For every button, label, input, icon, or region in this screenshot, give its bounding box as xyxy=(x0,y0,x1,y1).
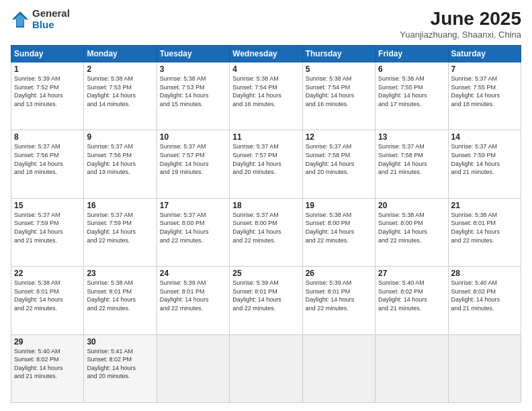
calendar-cell: 1Sunrise: 5:39 AM Sunset: 7:52 PM Daylig… xyxy=(11,62,84,130)
day-info: Sunrise: 5:37 AM Sunset: 7:55 PM Dayligh… xyxy=(451,75,518,108)
day-number: 21 xyxy=(451,201,518,210)
day-info: Sunrise: 5:37 AM Sunset: 8:00 PM Dayligh… xyxy=(232,211,299,244)
day-info: Sunrise: 5:37 AM Sunset: 7:57 PM Dayligh… xyxy=(232,142,299,176)
day-info: Sunrise: 5:37 AM Sunset: 7:56 PM Dayligh… xyxy=(14,142,81,176)
day-number: 5 xyxy=(306,64,372,74)
day-info: Sunrise: 5:37 AM Sunset: 7:59 PM Dayligh… xyxy=(87,211,153,244)
day-info: Sunrise: 5:38 AM Sunset: 7:55 PM Dayligh… xyxy=(378,75,445,108)
calendar-cell: 20Sunrise: 5:38 AM Sunset: 8:00 PM Dayli… xyxy=(375,198,448,266)
day-info: Sunrise: 5:37 AM Sunset: 7:59 PM Dayligh… xyxy=(451,142,518,176)
calendar-cell: 13Sunrise: 5:37 AM Sunset: 7:58 PM Dayli… xyxy=(375,130,448,198)
logo-text: General Blue xyxy=(32,8,70,30)
calendar-cell: 5Sunrise: 5:38 AM Sunset: 7:54 PM Daylig… xyxy=(302,62,375,130)
day-info: Sunrise: 5:38 AM Sunset: 8:00 PM Dayligh… xyxy=(306,211,372,244)
location: Yuanjiazhuang, Shaanxi, China xyxy=(400,30,521,40)
day-number: 26 xyxy=(306,269,372,278)
calendar-cell: 4Sunrise: 5:38 AM Sunset: 7:54 PM Daylig… xyxy=(230,62,302,130)
logo-general-text: General xyxy=(32,8,70,19)
weekday-header-tuesday: Tuesday xyxy=(157,46,229,62)
day-number: 14 xyxy=(451,132,518,142)
calendar-cell: 14Sunrise: 5:37 AM Sunset: 7:59 PM Dayli… xyxy=(448,130,521,198)
calendar-cell: 24Sunrise: 5:39 AM Sunset: 8:01 PM Dayli… xyxy=(157,267,229,334)
day-info: Sunrise: 5:39 AM Sunset: 8:01 PM Dayligh… xyxy=(306,279,372,312)
day-info: Sunrise: 5:38 AM Sunset: 8:01 PM Dayligh… xyxy=(87,279,153,312)
day-number: 20 xyxy=(378,201,445,210)
day-number: 25 xyxy=(232,269,299,278)
calendar-cell: 23Sunrise: 5:38 AM Sunset: 8:01 PM Dayli… xyxy=(84,267,157,334)
day-number: 12 xyxy=(306,132,372,142)
weekday-header-row: SundayMondayTuesdayWednesdayThursdayFrid… xyxy=(11,46,521,62)
day-number: 11 xyxy=(232,132,299,142)
calendar-cell: 6Sunrise: 5:38 AM Sunset: 7:55 PM Daylig… xyxy=(375,62,448,130)
week-row-2: 8Sunrise: 5:37 AM Sunset: 7:56 PM Daylig… xyxy=(11,130,521,198)
day-info: Sunrise: 5:38 AM Sunset: 7:53 PM Dayligh… xyxy=(160,75,226,108)
calendar-cell: 3Sunrise: 5:38 AM Sunset: 7:53 PM Daylig… xyxy=(157,62,229,130)
day-number: 27 xyxy=(378,269,445,278)
calendar-table: SundayMondayTuesdayWednesdayThursdayFrid… xyxy=(11,45,521,403)
day-number: 9 xyxy=(87,132,153,142)
logo-blue-text: Blue xyxy=(32,19,70,31)
calendar-cell: 25Sunrise: 5:39 AM Sunset: 8:01 PM Dayli… xyxy=(230,267,302,334)
day-info: Sunrise: 5:39 AM Sunset: 8:01 PM Dayligh… xyxy=(160,279,226,312)
day-info: Sunrise: 5:40 AM Sunset: 8:02 PM Dayligh… xyxy=(14,347,81,381)
day-info: Sunrise: 5:38 AM Sunset: 7:54 PM Dayligh… xyxy=(306,75,372,108)
calendar-cell: 15Sunrise: 5:37 AM Sunset: 7:59 PM Dayli… xyxy=(11,198,84,266)
logo: General Blue xyxy=(11,8,70,30)
day-info: Sunrise: 5:37 AM Sunset: 7:57 PM Dayligh… xyxy=(160,142,226,176)
calendar-cell: 27Sunrise: 5:40 AM Sunset: 8:02 PM Dayli… xyxy=(375,267,448,334)
calendar-cell: 21Sunrise: 5:38 AM Sunset: 8:01 PM Dayli… xyxy=(448,198,521,266)
day-info: Sunrise: 5:39 AM Sunset: 7:52 PM Dayligh… xyxy=(14,75,81,108)
day-number: 24 xyxy=(160,269,226,278)
calendar-cell: 28Sunrise: 5:40 AM Sunset: 8:02 PM Dayli… xyxy=(448,267,521,334)
day-info: Sunrise: 5:37 AM Sunset: 7:58 PM Dayligh… xyxy=(378,142,445,176)
calendar-cell xyxy=(157,334,229,402)
page: General Blue June 2025 Yuanjiazhuang, Sh… xyxy=(0,0,532,411)
day-number: 2 xyxy=(87,64,153,74)
day-info: Sunrise: 5:37 AM Sunset: 8:00 PM Dayligh… xyxy=(160,211,226,244)
week-row-4: 22Sunrise: 5:38 AM Sunset: 8:01 PM Dayli… xyxy=(11,267,521,334)
calendar-cell: 7Sunrise: 5:37 AM Sunset: 7:55 PM Daylig… xyxy=(448,62,521,130)
day-number: 10 xyxy=(160,132,226,142)
day-number: 19 xyxy=(306,201,372,210)
month-title: June 2025 xyxy=(400,8,521,30)
calendar-cell: 19Sunrise: 5:38 AM Sunset: 8:00 PM Dayli… xyxy=(302,198,375,266)
calendar-cell xyxy=(230,334,302,402)
day-info: Sunrise: 5:37 AM Sunset: 7:59 PM Dayligh… xyxy=(14,211,81,244)
calendar-cell: 8Sunrise: 5:37 AM Sunset: 7:56 PM Daylig… xyxy=(11,130,84,198)
calendar-cell: 11Sunrise: 5:37 AM Sunset: 7:57 PM Dayli… xyxy=(230,130,302,198)
day-info: Sunrise: 5:38 AM Sunset: 8:01 PM Dayligh… xyxy=(14,279,81,312)
logo-icon xyxy=(11,10,30,29)
day-number: 28 xyxy=(451,269,518,278)
calendar-cell xyxy=(302,334,375,402)
weekday-header-thursday: Thursday xyxy=(302,46,375,62)
header: General Blue June 2025 Yuanjiazhuang, Sh… xyxy=(11,8,521,40)
day-info: Sunrise: 5:37 AM Sunset: 7:56 PM Dayligh… xyxy=(87,142,153,176)
day-info: Sunrise: 5:39 AM Sunset: 8:01 PM Dayligh… xyxy=(232,279,299,312)
calendar-cell: 17Sunrise: 5:37 AM Sunset: 8:00 PM Dayli… xyxy=(157,198,229,266)
calendar-cell: 16Sunrise: 5:37 AM Sunset: 7:59 PM Dayli… xyxy=(84,198,157,266)
calendar-cell: 30Sunrise: 5:41 AM Sunset: 8:02 PM Dayli… xyxy=(84,334,157,402)
day-number: 8 xyxy=(14,132,81,142)
day-info: Sunrise: 5:38 AM Sunset: 7:53 PM Dayligh… xyxy=(87,75,153,108)
calendar-cell: 12Sunrise: 5:37 AM Sunset: 7:58 PM Dayli… xyxy=(302,130,375,198)
day-number: 6 xyxy=(378,64,445,74)
day-number: 16 xyxy=(87,201,153,210)
day-number: 17 xyxy=(160,201,226,210)
day-number: 18 xyxy=(232,201,299,210)
calendar-cell: 2Sunrise: 5:38 AM Sunset: 7:53 PM Daylig… xyxy=(84,62,157,130)
day-number: 30 xyxy=(87,337,153,347)
week-row-5: 29Sunrise: 5:40 AM Sunset: 8:02 PM Dayli… xyxy=(11,334,521,402)
day-number: 23 xyxy=(87,269,153,278)
calendar-cell xyxy=(448,334,521,402)
week-row-3: 15Sunrise: 5:37 AM Sunset: 7:59 PM Dayli… xyxy=(11,198,521,266)
day-info: Sunrise: 5:40 AM Sunset: 8:02 PM Dayligh… xyxy=(451,279,518,312)
day-number: 13 xyxy=(378,132,445,142)
day-info: Sunrise: 5:38 AM Sunset: 8:01 PM Dayligh… xyxy=(451,211,518,244)
weekday-header-saturday: Saturday xyxy=(448,46,521,62)
weekday-header-wednesday: Wednesday xyxy=(230,46,302,62)
weekday-header-friday: Friday xyxy=(375,46,448,62)
calendar-cell xyxy=(375,334,448,402)
day-number: 1 xyxy=(14,64,81,74)
day-number: 7 xyxy=(451,64,518,74)
week-row-1: 1Sunrise: 5:39 AM Sunset: 7:52 PM Daylig… xyxy=(11,62,521,130)
